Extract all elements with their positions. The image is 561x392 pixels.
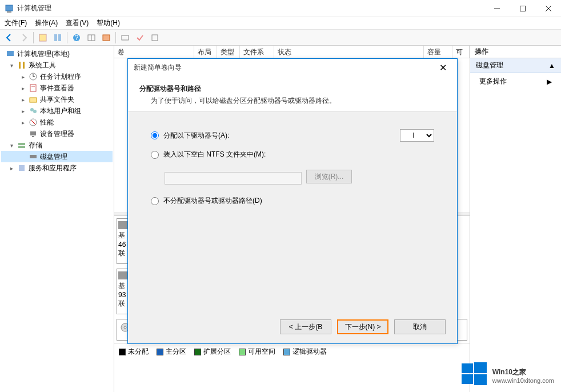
tool-icon-4[interactable] (99, 31, 113, 45)
tree-storage[interactable]: ▾ 存储 (1, 139, 113, 151)
navigation-tree: 计算机管理(本地) ▾ 系统工具 ▸ 任务计划程序 ▸ 事件查看器 ▸ 共享文件… (0, 46, 114, 392)
tool-icon-6[interactable] (133, 31, 147, 45)
svg-rect-42 (474, 374, 487, 385)
col-layout[interactable]: 布局 (194, 46, 217, 58)
back-button[interactable]: < 上一步(B (280, 319, 331, 334)
svg-rect-34 (19, 165, 25, 171)
svg-rect-0 (6, 5, 13, 11)
tree-disk-management[interactable]: 磁盘管理 (1, 151, 113, 162)
svg-point-25 (30, 108, 34, 111)
radio-none[interactable] (151, 197, 159, 205)
svg-rect-40 (474, 362, 487, 373)
minimize-button[interactable] (484, 0, 510, 17)
tool-icon-3[interactable] (85, 31, 98, 45)
tool-icon-5[interactable] (118, 31, 132, 45)
actions-section-disk[interactable]: 磁盘管理 ▲ (470, 58, 561, 73)
chevron-right-icon: ▶ (547, 78, 552, 86)
tree-event-viewer[interactable]: ▸ 事件查看器 (1, 82, 113, 94)
svg-rect-16 (7, 51, 14, 56)
radio-mount[interactable] (151, 151, 159, 159)
tree-system-tools[interactable]: ▾ 系统工具 (1, 59, 113, 71)
col-free[interactable]: 可 (452, 46, 470, 58)
tree-task-scheduler-label: 任务计划程序 (40, 72, 81, 82)
tree-root[interactable]: 计算机管理(本地) (1, 48, 113, 59)
radio-assign[interactable] (151, 131, 159, 139)
tree-task-scheduler[interactable]: ▸ 任务计划程序 (1, 71, 113, 82)
svg-rect-13 (103, 35, 110, 41)
svg-rect-6 (39, 34, 46, 41)
tree-shared-folders[interactable]: ▸ 共享文件夹 (1, 94, 113, 105)
col-status[interactable]: 状态 (274, 46, 424, 58)
actions-disk-label: 磁盘管理 (476, 61, 503, 70)
titlebar: 计算机管理 (0, 0, 561, 17)
menu-help[interactable]: 帮助(H) (97, 18, 120, 28)
svg-rect-7 (54, 34, 57, 41)
svg-rect-15 (152, 35, 158, 41)
tree-shared-folders-label: 共享文件夹 (40, 95, 74, 105)
legend-primary: 主分区 (166, 347, 186, 357)
dialog-subheading: 为了便于访问，可以给磁盘分区分配驱动器号或驱动器路径。 (139, 96, 446, 106)
svg-rect-14 (122, 35, 129, 40)
tree-services[interactable]: ▸ 服务和应用程序 (1, 162, 113, 174)
legend-free: 可用空间 (248, 347, 275, 357)
tree-device-manager[interactable]: 设备管理器 (1, 128, 113, 139)
actions-pane: 操作 磁盘管理 ▲ 更多操作 ▶ (470, 46, 561, 392)
opt-mount-label: 装入以下空白 NTFS 文件夹中(M): (163, 150, 266, 159)
actions-more-label: 更多操作 (479, 77, 507, 86)
opt-assign-label: 分配以下驱动器号(A): (163, 131, 229, 141)
dialog-close-button[interactable]: ✕ (434, 59, 451, 76)
close-button[interactable] (535, 0, 561, 17)
legend-extended: 扩展分区 (203, 347, 231, 357)
menu-operation[interactable]: 操作(A) (35, 18, 58, 28)
tool-icon-2[interactable] (51, 31, 65, 45)
drive-letter-select[interactable]: I (400, 129, 434, 142)
tree-performance[interactable]: ▸ 性能 (1, 117, 113, 128)
svg-rect-24 (30, 98, 37, 102)
svg-rect-39 (462, 363, 473, 373)
forward-button[interactable] (17, 31, 31, 45)
svg-rect-31 (18, 143, 25, 145)
tool-icon-7[interactable] (148, 31, 162, 45)
col-capacity[interactable]: 容量 (424, 46, 452, 58)
svg-rect-30 (32, 136, 34, 137)
back-button[interactable] (2, 31, 16, 45)
tree-local-users[interactable]: ▸ 本地用户和组 (1, 105, 113, 117)
option-none[interactable]: 不分配驱动器号或驱动器路径(D) (151, 196, 434, 206)
tool-icon-1[interactable] (36, 31, 50, 45)
menubar: 文件(F) 操作(A) 查看(V) 帮助(H) (0, 17, 561, 30)
col-type[interactable]: 类型 (217, 46, 240, 58)
browse-button: 浏览(R)... (306, 170, 352, 183)
menu-file[interactable]: 文件(F) (5, 18, 27, 28)
tree-system-tools-label: 系统工具 (29, 61, 56, 70)
tree-disk-management-label: 磁盘管理 (40, 152, 67, 162)
maximize-button[interactable] (510, 0, 535, 17)
next-button[interactable]: 下一步(N) > (337, 319, 388, 334)
tree-root-label: 计算机管理(本地) (17, 49, 70, 59)
svg-rect-33 (30, 155, 37, 158)
option-mount-folder[interactable]: 装入以下空白 NTFS 文件夹中(M): 浏览(R)... (151, 150, 434, 185)
tree-performance-label: 性能 (40, 118, 54, 127)
windows-logo-icon (462, 361, 487, 386)
svg-rect-18 (23, 62, 25, 69)
dialog-title: 新建简单卷向导 (134, 63, 434, 73)
svg-rect-32 (18, 146, 25, 148)
svg-line-28 (31, 120, 35, 125)
menu-view[interactable]: 查看(V) (66, 18, 89, 28)
col-filesystem[interactable]: 文件系统 (240, 46, 274, 58)
cancel-button[interactable]: 取消 (394, 319, 446, 334)
help-icon[interactable]: ? (70, 31, 83, 45)
tree-local-users-label: 本地用户和组 (40, 106, 81, 116)
wizard-dialog: 新建简单卷向导 ✕ 分配驱动器号和路径 为了便于访问，可以给磁盘分区分配驱动器号… (127, 58, 458, 344)
window-title: 计算机管理 (17, 3, 484, 13)
legend-unallocated: 未分配 (128, 347, 149, 357)
opt-none-label: 不分配驱动器号或驱动器路径(D) (163, 196, 262, 206)
toolbar: ? (0, 30, 561, 46)
collapse-icon: ▲ (548, 62, 555, 70)
col-volume[interactable]: 卷 (114, 46, 194, 58)
app-icon (5, 4, 14, 13)
legend: 未分配 主分区 扩展分区 可用空间 逻辑驱动器 (114, 343, 470, 360)
tree-event-viewer-label: 事件查看器 (40, 83, 74, 93)
option-assign-letter[interactable]: 分配以下驱动器号(A): I (151, 129, 434, 142)
actions-more[interactable]: 更多操作 ▶ (470, 73, 561, 90)
tree-storage-label: 存储 (29, 141, 42, 150)
